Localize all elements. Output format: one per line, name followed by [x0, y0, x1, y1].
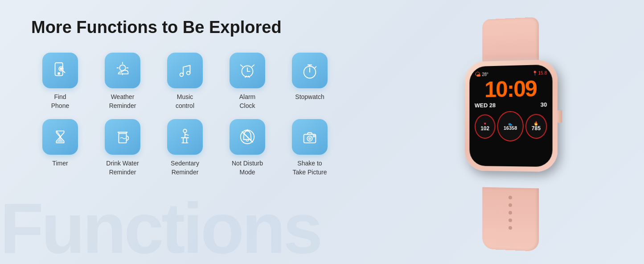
shake-picture-icon-box [292, 119, 328, 155]
find-phone-icon-box [42, 53, 78, 88]
drink-water-icon-box [105, 119, 140, 155]
watch-screen: 🌤 28° 📍 15.8 10:09 WED 28 30 [469, 64, 552, 167]
find-phone-label: FindPhone [51, 93, 69, 110]
watch-case: 🌤 28° 📍 15.8 10:09 WED 28 30 [465, 59, 558, 172]
alarm-clock-icon-box [230, 53, 265, 88]
watch-day: WED 28 [475, 102, 496, 108]
band-hole [509, 203, 512, 207]
band-bottom [482, 187, 539, 252]
function-timer: Timer [31, 119, 89, 177]
calories-value: 785 [532, 126, 541, 131]
music-control-icon-box [167, 53, 203, 88]
timer-label: Timer [52, 159, 68, 168]
right-section: 🌤 28° 📍 15.8 10:09 WED 28 30 [403, 13, 617, 255]
band-hole [509, 211, 512, 214]
svg-point-11 [187, 71, 190, 75]
function-stopwatch: Stopwatch [281, 53, 339, 110]
left-section: More Functions to Be Explored FindPhone [31, 13, 403, 255]
functions-grid: FindPhone WeatherReminder [31, 53, 403, 177]
svg-point-10 [180, 73, 184, 77]
function-shake-picture: Shake toTake Picture [281, 119, 339, 177]
function-drink-water: Drink WaterReminder [94, 119, 152, 177]
timer-icon-box [42, 119, 78, 155]
sedentary-label: SedentaryReminder [171, 159, 199, 177]
watch-seconds: 30 [541, 101, 547, 108]
svg-point-4 [60, 68, 62, 70]
function-music-control: Musiccontrol [156, 53, 214, 110]
stopwatch-label: Stopwatch [295, 93, 324, 102]
weather-reminder-icon-box [105, 53, 140, 88]
watch-time: 10:09 [475, 77, 547, 101]
music-control-label: Musiccontrol [176, 93, 194, 110]
watch-crown [558, 110, 562, 123]
alarm-clock-label: AlarmClock [239, 93, 256, 110]
heart-rate-value: 102 [481, 126, 489, 131]
stopwatch-icon-box [292, 53, 328, 88]
svg-point-32 [309, 138, 311, 140]
drink-water-label: Drink WaterReminder [106, 159, 139, 177]
band-hole [509, 196, 512, 199]
not-disturb-icon-box [230, 119, 265, 155]
band-hole [509, 219, 512, 222]
not-disturb-label: Not DisturbMode [232, 159, 263, 177]
location-icon: 📍 [532, 70, 537, 75]
calories-gauge: 🔥 785 [525, 114, 547, 139]
svg-point-26 [183, 129, 187, 133]
location-value: 15.8 [538, 70, 547, 75]
weather-reminder-label: WeatherReminder [109, 93, 136, 110]
watch: 🌤 28° 📍 15.8 10:09 WED 28 30 [429, 14, 597, 254]
weather-icon: 🌤 [475, 71, 481, 78]
watch-date-row: WED 28 30 [475, 101, 547, 109]
heart-rate-gauge: ♥ 102 [475, 114, 496, 139]
page-title: More Functions to Be Explored [31, 18, 403, 37]
function-not-disturb: Not DisturbMode [218, 119, 276, 177]
function-sedentary: SedentaryReminder [156, 119, 214, 177]
steps-gauge: 👟 16358 [497, 111, 524, 141]
svg-point-1 [58, 73, 60, 74]
location-display: 📍 15.8 [532, 70, 547, 75]
watch-gauges: ♥ 102 👟 16358 🔥 785 [475, 111, 547, 141]
band-holes [482, 187, 539, 231]
svg-rect-33 [313, 135, 315, 137]
function-find-phone: FindPhone [31, 53, 89, 110]
sedentary-icon-box [167, 119, 203, 155]
temperature: 28° [482, 72, 488, 77]
band-hole [509, 226, 512, 230]
shake-picture-label: Shake toTake Picture [292, 159, 327, 177]
function-alarm-clock: AlarmClock [218, 53, 276, 110]
function-weather-reminder: WeatherReminder [94, 53, 152, 110]
steps-value: 16358 [504, 126, 517, 131]
svg-line-21 [315, 66, 316, 68]
